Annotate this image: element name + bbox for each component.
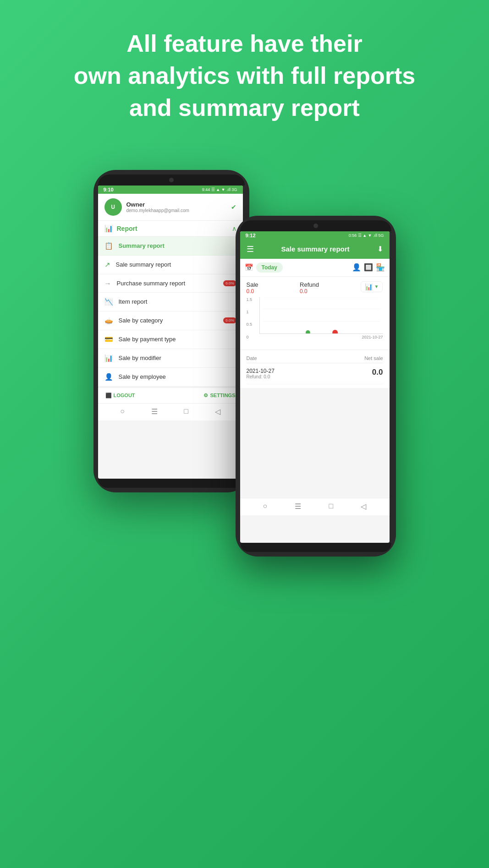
right-app-header: ☰ Sale summary report ⬇ bbox=[240, 240, 390, 259]
svg-point-4 bbox=[332, 330, 338, 334]
sale-summary-label: Sale summary report bbox=[116, 261, 171, 268]
settings-gear-icon: ⚙ bbox=[203, 393, 208, 399]
nav-apps-icon[interactable]: □ bbox=[184, 407, 188, 416]
nav-menu-icon[interactable]: ☰ bbox=[151, 407, 158, 416]
item-report-icon: 📉 bbox=[104, 298, 113, 306]
y-axis-labels: 1.5 1 0.5 0 bbox=[247, 297, 253, 339]
menu-item-item-report[interactable]: 📉 Item report bbox=[98, 293, 243, 311]
table-header: Date Net sale bbox=[247, 354, 383, 363]
right-nav-back-icon[interactable]: ◁ bbox=[361, 502, 366, 511]
tab-person-icon[interactable]: 👤 bbox=[352, 263, 361, 272]
line-chart: 1.5 1 0.5 0 bbox=[247, 297, 383, 347]
right-header-title: Sale summary report bbox=[258, 245, 373, 253]
user-name: Owner bbox=[126, 201, 226, 208]
employee-icon: 👤 bbox=[104, 373, 113, 381]
left-nav-bar: ○ ☰ □ ◁ bbox=[98, 403, 243, 420]
settings-button[interactable]: ⚙ SETTINGS bbox=[203, 393, 235, 399]
sale-chart-label: Sale 0.0 bbox=[247, 281, 258, 295]
table-row: 2021-10-27 Refund: 0.0 0.0 bbox=[247, 363, 383, 384]
right-time: 9:12 bbox=[246, 233, 256, 238]
chevron-up-icon: ∧ bbox=[232, 225, 236, 232]
user-header: U Owner demo.mylekhaapp@gmail.com ✔ bbox=[98, 194, 243, 221]
chart-svg bbox=[259, 297, 383, 334]
headline-line2: own analytics with full reports bbox=[74, 62, 415, 89]
phones-container: 9:10 9:44 ☰ ▲ ▼ .ıll 3G U Owner demo.myl… bbox=[18, 152, 471, 557]
left-time: 9:10 bbox=[104, 187, 114, 192]
purchase-summary-label: Purchase summary report bbox=[117, 280, 186, 287]
report-header[interactable]: 📊 Report ∧ bbox=[98, 221, 243, 237]
left-status-icons: 9:44 ☰ ▲ ▼ .ıll 3G bbox=[202, 187, 237, 192]
chart-type-selector[interactable]: 📊 ▼ bbox=[361, 281, 383, 292]
row-date: 2021-10-27 bbox=[247, 368, 275, 374]
refund-chart-label: Refund 0.0 bbox=[300, 281, 319, 295]
nav-back-icon[interactable]: ◁ bbox=[215, 407, 220, 416]
payment-type-label: Sale by payment type bbox=[119, 336, 176, 343]
left-phone: 9:10 9:44 ☰ ▲ ▼ .ıll 3G U Owner demo.myl… bbox=[93, 170, 249, 492]
summary-report-icon: 📋 bbox=[104, 242, 113, 250]
purchase-badge: 0.0% bbox=[223, 280, 236, 286]
verified-icon: ✔ bbox=[231, 203, 236, 211]
menu-item-employee[interactable]: 👤 Sale by employee bbox=[98, 368, 243, 387]
right-menu-icon[interactable]: ☰ bbox=[247, 244, 254, 254]
left-phone-screen: 9:10 9:44 ☰ ▲ ▼ .ıll 3G U Owner demo.myl… bbox=[98, 186, 243, 479]
headline-line1: All feature have their bbox=[126, 30, 362, 57]
avatar: U bbox=[104, 198, 122, 216]
menu-item-sale-category[interactable]: 🥧 Sale by category 0.0% bbox=[98, 311, 243, 330]
logout-button[interactable]: ⬛ LOGOUT bbox=[105, 393, 135, 399]
user-info: Owner demo.mylekhaapp@gmail.com bbox=[126, 201, 226, 213]
left-status-bar: 9:10 9:44 ☰ ▲ ▼ .ıll 3G bbox=[98, 186, 243, 194]
modifier-icon: 📊 bbox=[104, 354, 113, 362]
bar-chart-icon: 📊 bbox=[365, 283, 373, 290]
right-nav-home-icon[interactable]: ○ bbox=[263, 502, 268, 511]
report-label: Report bbox=[117, 225, 137, 232]
x-axis-label: 2021-10-27 bbox=[259, 335, 383, 339]
headline-line3: and summary report bbox=[129, 94, 360, 121]
menu-item-purchase-summary[interactable]: → Purchase summary report 0.0% bbox=[98, 274, 243, 293]
download-icon[interactable]: ⬇ bbox=[377, 245, 383, 253]
row-sub: Refund: 0.0 bbox=[247, 374, 275, 379]
chart-section: Sale 0.0 Refund 0.0 📊 ▼ bbox=[240, 277, 390, 349]
menu-item-summary[interactable]: 📋 Summary report bbox=[98, 237, 243, 256]
summary-report-label: Summary report bbox=[119, 242, 165, 249]
category-badge: 0.0% bbox=[223, 317, 236, 323]
sale-category-icon: 🥧 bbox=[104, 317, 113, 325]
sale-category-label: Sale by category bbox=[119, 317, 163, 324]
logout-icon: ⬛ bbox=[105, 393, 112, 399]
modifier-label: Sale by modifier bbox=[119, 355, 161, 361]
tabs-row: 📅 Today 👤 🔲 🏪 bbox=[240, 259, 390, 277]
tab-today[interactable]: Today bbox=[256, 262, 283, 273]
report-bar-icon: 📊 bbox=[104, 224, 113, 233]
tab-store-icon[interactable]: 🏪 bbox=[376, 263, 385, 272]
user-email: demo.mylekhaapp@gmail.com bbox=[126, 208, 226, 213]
right-phone-screen: 9:12 0:56 ☰ ▲ ▼ .ıll 5G ☰ Sale summary r… bbox=[240, 231, 390, 543]
purchase-summary-icon: → bbox=[104, 279, 111, 287]
menu-item-payment-type[interactable]: 💳 Sale by payment type bbox=[98, 330, 243, 349]
right-phone: 9:12 0:56 ☰ ▲ ▼ .ıll 5G ☰ Sale summary r… bbox=[236, 216, 396, 557]
bottom-actions: ⬛ LOGOUT ⚙ SETTINGS bbox=[98, 388, 243, 403]
employee-label: Sale by employee bbox=[119, 373, 166, 380]
right-status-icons: 0:56 ☰ ▲ ▼ .ıll 5G bbox=[349, 233, 384, 238]
settings-label: SETTINGS bbox=[210, 393, 235, 398]
payment-type-icon: 💳 bbox=[104, 335, 113, 344]
right-nav-menu-icon[interactable]: ☰ bbox=[295, 502, 301, 511]
right-nav-bar: ○ ☰ □ ◁ bbox=[240, 498, 390, 515]
menu-item-modifier[interactable]: 📊 Sale by modifier bbox=[98, 349, 243, 368]
sale-summary-icon: ↗ bbox=[104, 261, 110, 269]
col-date-header: Date bbox=[247, 355, 257, 361]
tab-grid-icon[interactable]: 🔲 bbox=[364, 263, 373, 272]
row-value: 0.0 bbox=[372, 368, 383, 377]
logout-label: LOGOUT bbox=[114, 393, 135, 398]
right-status-bar: 9:12 0:56 ☰ ▲ ▼ .ıll 5G bbox=[240, 231, 390, 240]
col-netsale-header: Net sale bbox=[364, 355, 383, 361]
dropdown-arrow-icon: ▼ bbox=[374, 284, 379, 289]
right-nav-apps-icon[interactable]: □ bbox=[329, 502, 334, 511]
menu-item-sale-summary[interactable]: ↗ Sale summary report bbox=[98, 256, 243, 274]
headline: All feature have their own analytics wit… bbox=[74, 27, 415, 124]
svg-point-3 bbox=[305, 330, 310, 334]
data-table: Date Net sale 2021-10-27 Refund: 0.0 0.0 bbox=[240, 350, 390, 388]
nav-home-icon[interactable]: ○ bbox=[120, 407, 125, 416]
calendar-icon: 📅 bbox=[245, 263, 253, 272]
item-report-label: Item report bbox=[119, 298, 148, 305]
